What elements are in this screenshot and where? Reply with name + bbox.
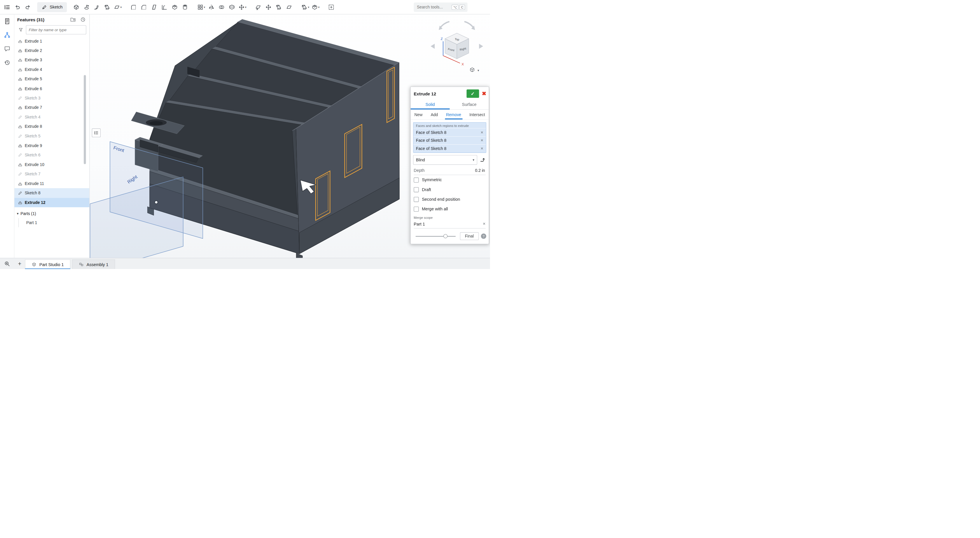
replace-face-icon[interactable]: ▾ [274,2,283,12]
selected-face-row[interactable]: Face of Sketch 8 ✕ [414,128,486,136]
feature-label: Extrude 9 [25,143,42,148]
fill-surface-icon[interactable]: ▾ [310,2,320,12]
part-item[interactable]: Part 1 [18,218,89,227]
feature-filter-input[interactable] [26,25,86,34]
cancel-button[interactable]: ✖ [482,91,486,96]
help-button[interactable]: ? [481,233,486,239]
move-face-icon[interactable]: ▾ [264,2,273,12]
feature-item[interactable]: Extrude 3 [14,55,89,65]
feature-item[interactable]: Sketch 8 [14,188,89,198]
selected-face-row[interactable]: Face of Sketch 8 ✕ [414,136,486,145]
feature-item[interactable]: Extrude 1 [14,36,89,46]
extrude-icon[interactable]: ▾ [72,2,81,12]
draft-icon[interactable]: ▾ [150,2,159,12]
end-condition-dropdown[interactable]: Blind ▾ [413,155,477,164]
parts-section-header[interactable]: ▾ Parts (1) [14,209,89,218]
fillet-icon[interactable]: ▾ [129,2,138,12]
hole-icon[interactable]: ▾ [181,2,190,12]
boolean-op-button[interactable]: Intersect [468,110,486,119]
search-tabs-button[interactable] [0,258,14,269]
sketch-button[interactable]: Sketch [37,2,67,12]
selected-face-label: Face of Sketch 8 [416,130,480,135]
feature-list-panel-button[interactable] [3,17,11,25]
feature-item[interactable]: Extrude 6 [14,84,89,93]
revolve-icon[interactable]: ▾ [82,2,91,12]
search-tools-input[interactable] [416,5,450,10]
undo-button[interactable] [13,2,22,12]
transform-icon[interactable]: ▾ [238,2,247,12]
boolean-op-button[interactable]: New [413,110,423,119]
comments-button[interactable] [3,45,11,53]
final-button[interactable]: Final [460,232,479,240]
feature-item[interactable]: Extrude 12 [14,198,89,207]
confirm-button[interactable]: ✓ [466,89,479,98]
depth-input[interactable] [460,168,485,173]
add-folder-button[interactable] [69,16,76,23]
option-checkbox-row[interactable]: Draft [410,185,489,194]
feature-type-icon [18,105,22,110]
option-checkbox-row[interactable]: Second end position [410,194,489,204]
document-tab[interactable]: Part Studio 1 [25,259,70,269]
rollback-history-button[interactable] [80,16,86,23]
feature-item[interactable]: Extrude 9 [14,141,89,150]
boolean-op-button[interactable]: Add [430,110,439,119]
remove-face-icon[interactable]: ✕ [480,131,484,135]
linear-pattern-icon[interactable]: ▾ [196,2,205,12]
checkbox[interactable] [414,177,419,182]
feature-dialog-list-toggle-button[interactable] [92,128,100,137]
add-tab-button[interactable]: + [14,258,25,269]
checkbox[interactable] [414,197,419,202]
checkbox[interactable] [414,187,419,192]
merge-scope-row[interactable]: Part 1 ✕ [414,220,485,228]
mirror-icon[interactable]: ▾ [207,2,216,12]
feature-item[interactable]: Extrude 7 [14,103,89,112]
rib-icon[interactable]: ▾ [160,2,169,12]
dialog-tab[interactable]: Surface [450,100,489,110]
chamfer-icon[interactable]: ▾ [139,2,148,12]
thicken-icon[interactable]: ▾ [113,2,122,12]
toolbar-icon-row: ▾ ▾ ▾ ▾ ▾ [72,2,336,12]
rollback-slider[interactable] [415,236,456,236]
feature-item[interactable]: Extrude 11 [14,179,89,188]
checkbox-label: Second end position [422,197,460,202]
selected-face-row[interactable]: Face of Sketch 8 ✕ [414,145,486,153]
checkbox[interactable] [414,207,419,212]
flip-direction-button[interactable] [479,156,487,163]
option-checkbox-row[interactable]: Merge with all [410,204,489,214]
delete-face-icon[interactable]: ▾ [253,2,263,12]
document-tab[interactable]: Assembly 1 [72,259,115,269]
feature-item[interactable]: Extrude 2 [14,46,89,56]
feature-item[interactable]: Extrude 8 [14,122,89,131]
remove-merge-scope-icon[interactable]: ✕ [483,222,485,226]
feature-list-scrollbar[interactable] [84,75,86,164]
feature-item[interactable]: Sketch 6 [14,150,89,160]
feature-item[interactable]: Extrude 4 [14,65,89,75]
remove-face-icon[interactable]: ✕ [480,138,484,143]
custom-feature-icon[interactable]: ▾ [327,2,336,12]
split-icon[interactable]: ▾ [227,2,237,12]
versions-button[interactable] [3,31,11,40]
boolean-op-button[interactable]: Remove [445,110,462,119]
feature-item[interactable]: Sketch 4 [14,112,89,122]
feature-item[interactable]: Extrude 5 [14,75,89,84]
redo-button[interactable] [23,2,32,12]
shell-icon[interactable]: ▾ [170,2,180,12]
loft-icon[interactable]: ▾ [103,2,112,12]
boolean-icon[interactable]: ▾ [217,2,226,12]
search-tools-box[interactable]: ⌥ C [414,2,468,12]
sweep-icon[interactable]: ▾ [92,2,102,12]
feature-item[interactable]: Extrude 10 [14,160,89,170]
remove-face-icon[interactable]: ✕ [480,147,484,151]
feature-item[interactable]: Sketch 5 [14,131,89,141]
view-cube[interactable]: Top Front Right Z X ▾ [431,22,483,72]
feature-item[interactable]: Sketch 7 [14,169,89,179]
history-button[interactable] [3,58,11,67]
feature-item[interactable]: Sketch 3 [14,93,89,103]
view-options-button[interactable]: ▾ [471,68,479,72]
option-checkbox-row[interactable]: Symmetric [410,175,489,185]
boundary-surface-icon[interactable]: ▾ [301,2,310,12]
offset-surface-icon[interactable]: ▾ [285,2,294,12]
document-panel-icon[interactable] [3,2,12,12]
slider-thumb[interactable] [444,234,448,238]
dialog-tab[interactable]: Solid [410,100,450,110]
